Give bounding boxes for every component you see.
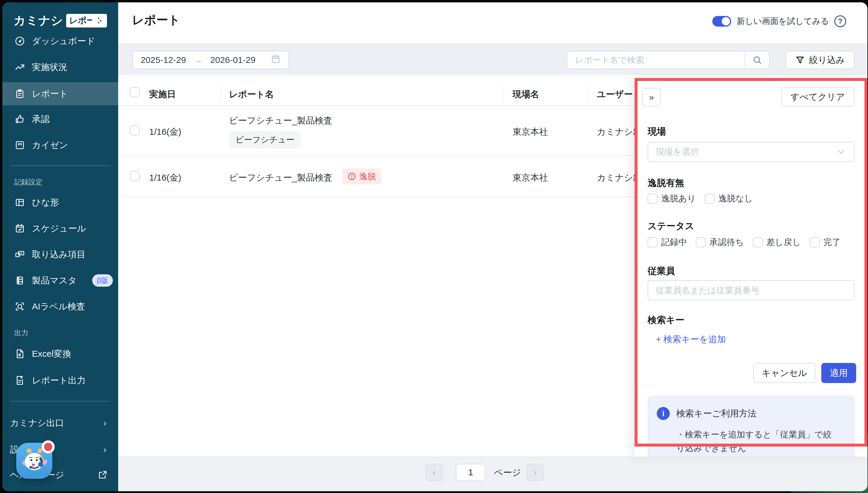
app-switcher-grid-icon[interactable] xyxy=(92,14,105,27)
file-export-icon xyxy=(14,375,25,386)
gauge-icon xyxy=(14,36,25,47)
sidebar-item-status[interactable]: 実施状況 xyxy=(2,56,118,79)
sidebar-item-label: レポート xyxy=(32,88,68,100)
toolbar: 2025-12-29 → 2026-01-29 絞り込み xyxy=(118,43,867,75)
sidebar-item-ai-label-check[interactable]: AIラベル検査 xyxy=(2,295,118,318)
alert-circle-icon xyxy=(348,172,356,181)
sidebar-item-label: 取り込み項目 xyxy=(32,249,85,261)
cancel-button[interactable]: キャンセル xyxy=(753,363,816,383)
new-ui-toggle[interactable] xyxy=(712,16,731,27)
page-header: レポート 新しい画面を試してみる ? xyxy=(118,2,867,43)
toggle-label: 新しい画面を試してみる xyxy=(736,16,829,27)
site-select-placeholder: 現場を選択 xyxy=(656,146,699,158)
app-window: カミナシ レポート ダッシュボード 実施状況 xyxy=(2,2,867,491)
sidebar: カミナシ レポート ダッシュボード 実施状況 xyxy=(2,2,118,491)
chevron-right-icon: › xyxy=(104,445,106,455)
new-ui-toggle-group: 新しい画面を試してみる ? xyxy=(712,15,846,27)
sidebar-item-label: カイゼン xyxy=(32,139,68,151)
pagination-footer: ‹ ページ › xyxy=(118,456,867,491)
clear-all-button[interactable]: すべてクリア xyxy=(781,87,854,106)
page-title: レポート xyxy=(132,12,180,28)
prev-page-button[interactable]: ‹ xyxy=(425,464,443,481)
excel-file-icon xyxy=(14,348,25,359)
sidebar-item-label: スケジュール xyxy=(32,222,86,235)
column-header-site[interactable]: 現場名 xyxy=(513,88,539,101)
cell-report-name[interactable]: ビーフシチュー_製品検査 xyxy=(229,172,332,184)
sidebar-item-label: カミナシ出口 xyxy=(10,417,64,429)
cell-date: 1/16(金) xyxy=(149,172,181,184)
employee-filter-label: 従業員 xyxy=(648,265,675,277)
sidebar-item-label: ひな形 xyxy=(32,196,59,209)
filter-panel: » すべてクリア 現場 現場を選択 逸脱有無 逸脱あり 逸脱なし ステータス 記… xyxy=(635,79,867,457)
row-checkbox[interactable] xyxy=(130,171,140,181)
screenshot-stage: カミナシ レポート ダッシュボード 実施状況 xyxy=(0,0,868,493)
sidebar-item-dashboard[interactable]: ダッシュボード xyxy=(2,29,118,52)
sidebar-item-approval[interactable]: 承認 xyxy=(2,108,118,131)
apply-button[interactable]: 適用 xyxy=(821,363,856,383)
notification-dot xyxy=(42,441,55,453)
cell-report-name[interactable]: ビーフシチュー_製品検査 xyxy=(229,115,332,127)
sidebar-item-kaizen[interactable]: カイゼン xyxy=(2,134,118,157)
chevron-right-icon: › xyxy=(104,418,106,428)
info-body: ・検索キーを追加すると「従業員」で絞 り込みできません xyxy=(676,428,845,455)
ai-scan-icon xyxy=(14,301,25,312)
beta-badge: β版 xyxy=(92,274,113,287)
cell-deviation: 逸脱 xyxy=(342,169,381,185)
row-checkbox[interactable] xyxy=(130,125,140,135)
sidebar-item-kaminashi-deguchi[interactable]: カミナシ出口 › xyxy=(2,411,118,434)
page-number-input[interactable] xyxy=(456,464,485,481)
date-from[interactable]: 2025-12-29 xyxy=(141,55,186,65)
deviation-options-row: 逸脱あり 逸脱なし xyxy=(648,193,753,205)
column-divider xyxy=(220,85,220,103)
checkbox-deviation-yes[interactable]: 逸脱あり xyxy=(648,193,696,205)
next-page-button[interactable]: › xyxy=(527,464,544,481)
layout-icon xyxy=(14,197,25,208)
thumbs-up-icon xyxy=(14,113,25,125)
column-header-user[interactable]: ユーザー xyxy=(597,88,632,101)
search-key-info-box: i 検索キーご利用方法 ・検索キーを追加すると「従業員」で絞 り込みできません xyxy=(648,396,854,457)
sidebar-item-label: ダッシュボード xyxy=(32,35,95,47)
sidebar-item-import-items[interactable]: 取り込み項目 xyxy=(2,243,118,266)
date-to[interactable]: 2026-01-29 xyxy=(210,55,255,65)
checkbox-status-returned[interactable]: 差し戻し xyxy=(753,236,801,248)
checkbox-status-recording[interactable]: 記録中 xyxy=(648,236,687,248)
add-search-key-link[interactable]: + 検索キーを追加 xyxy=(656,334,726,345)
page-label: ページ xyxy=(494,467,521,479)
kaizen-board-icon xyxy=(14,140,25,151)
import-table-icon xyxy=(14,249,25,260)
sidebar-item-excel-convert[interactable]: Excel変換 xyxy=(2,342,118,365)
trend-up-icon xyxy=(14,62,25,73)
employee-input[interactable] xyxy=(648,280,854,300)
info-title: 検索キーご利用方法 xyxy=(676,408,756,420)
checkbox-status-awaiting-approval[interactable]: 承認待ち xyxy=(696,236,744,248)
sidebar-item-label: Excel変換 xyxy=(32,348,71,360)
sidebar-item-schedule[interactable]: スケジュール xyxy=(2,217,118,240)
external-link-icon xyxy=(97,469,108,480)
site-select[interactable]: 現場を選択 xyxy=(648,142,854,162)
sidebar-item-product-master[interactable]: 製品マスタ β版 xyxy=(2,269,118,292)
filter-button[interactable]: 絞り込み xyxy=(785,51,854,69)
search-input[interactable] xyxy=(567,55,744,65)
chevron-down-icon xyxy=(836,147,846,157)
sidebar-divider xyxy=(10,166,111,166)
sidebar-section-output: 出力 xyxy=(14,328,28,338)
search-key-label: 検索キー xyxy=(648,314,685,326)
help-question-icon[interactable]: ? xyxy=(834,15,846,27)
date-range-picker[interactable]: 2025-12-29 → 2026-01-29 xyxy=(132,51,289,69)
sidebar-item-report[interactable]: レポート xyxy=(2,82,118,105)
select-all-checkbox[interactable] xyxy=(130,87,140,97)
column-header-name[interactable]: レポート名 xyxy=(229,88,274,101)
checkbox-deviation-no[interactable]: 逸脱なし xyxy=(705,193,753,205)
collapse-panel-button[interactable]: » xyxy=(642,88,661,106)
support-mascot-button[interactable] xyxy=(16,443,52,479)
column-header-date[interactable]: 実施日 xyxy=(149,88,176,101)
product-tag: ビーフシチュー xyxy=(229,131,301,148)
sidebar-item-report-export[interactable]: レポート出力 xyxy=(2,369,118,392)
calendar-check-icon xyxy=(14,223,25,234)
cell-site: 東京本社 xyxy=(513,126,548,138)
sidebar-item-template[interactable]: ひな形 xyxy=(2,191,118,214)
checkbox-status-done[interactable]: 完了 xyxy=(810,236,841,248)
info-icon: i xyxy=(657,407,670,420)
search-button[interactable] xyxy=(744,51,769,69)
list-database-icon xyxy=(14,275,25,286)
